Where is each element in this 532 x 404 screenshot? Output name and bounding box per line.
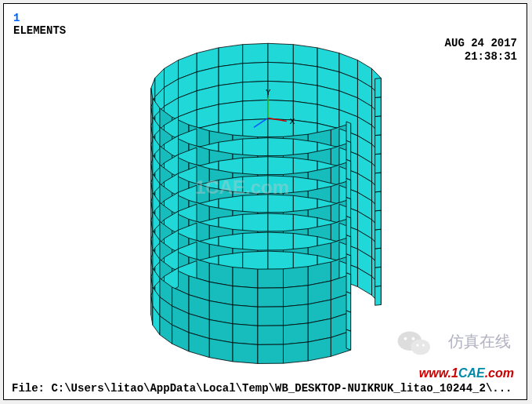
svg-marker-94	[209, 150, 233, 173]
svg-marker-278	[233, 324, 258, 345]
svg-marker-166	[209, 206, 233, 229]
svg-marker-216	[233, 248, 258, 269]
svg-marker-137	[151, 183, 153, 212]
svg-marker-274	[160, 316, 172, 344]
svg-marker-165	[339, 204, 357, 230]
svg-marker-122	[243, 176, 268, 195]
svg-marker-21	[268, 81, 293, 100]
svg-marker-135	[155, 182, 165, 210]
svg-marker-182	[189, 219, 209, 244]
svg-marker-119	[283, 172, 308, 193]
svg-marker-63	[155, 126, 165, 154]
svg-marker-302	[375, 248, 382, 268]
svg-marker-139	[308, 187, 331, 210]
svg-marker-99	[268, 157, 293, 177]
svg-marker-98	[243, 157, 268, 177]
svg-marker-97	[258, 155, 284, 174]
svg-marker-103	[357, 155, 371, 182]
svg-marker-177	[293, 214, 317, 236]
triad-y-label: Y	[266, 88, 271, 97]
svg-marker-127	[357, 173, 371, 201]
svg-marker-168	[233, 210, 258, 231]
svg-marker-214	[209, 244, 233, 267]
svg-marker-114	[160, 165, 172, 192]
svg-point-319	[416, 344, 418, 347]
svg-marker-186	[160, 221, 172, 249]
svg-marker-243	[172, 268, 189, 295]
svg-marker-85	[331, 142, 350, 167]
svg-marker-263	[151, 296, 153, 325]
svg-marker-108	[317, 161, 339, 185]
svg-marker-53	[172, 117, 189, 144]
svg-marker-48	[179, 110, 197, 136]
svg-marker-110	[189, 162, 209, 187]
site-watermark: www.1CAE.com	[419, 366, 514, 380]
svg-marker-294	[346, 216, 351, 236]
svg-marker-301	[375, 267, 382, 286]
svg-marker-195	[268, 232, 293, 252]
svg-marker-213	[339, 242, 357, 268]
svg-marker-229	[331, 256, 350, 281]
svg-marker-92	[179, 147, 197, 173]
coordinate-triad: X Y	[254, 88, 295, 128]
svg-marker-2	[219, 45, 243, 67]
svg-marker-17	[372, 68, 382, 96]
svg-marker-84	[317, 142, 339, 166]
wechat-icon	[396, 327, 432, 359]
svg-line-312	[268, 118, 287, 121]
svg-marker-61	[331, 123, 350, 148]
svg-marker-292	[346, 254, 351, 275]
svg-marker-60	[317, 123, 339, 147]
svg-marker-160	[372, 201, 382, 229]
svg-marker-120	[233, 173, 258, 194]
svg-marker-11	[357, 60, 371, 88]
svg-marker-25	[219, 82, 243, 104]
svg-marker-14	[197, 67, 219, 91]
svg-marker-167	[283, 210, 308, 231]
svg-marker-155	[197, 198, 219, 223]
svg-marker-208	[372, 238, 382, 267]
svg-marker-205	[331, 237, 350, 262]
svg-marker-123	[268, 176, 293, 195]
svg-marker-111	[155, 163, 165, 191]
svg-marker-16	[155, 68, 165, 96]
svg-marker-236	[179, 260, 197, 286]
svg-marker-284	[209, 339, 233, 362]
svg-marker-171	[268, 213, 293, 233]
svg-marker-131	[197, 180, 219, 204]
file-path-label: File: C:\Users\litao\AppData\Local\Temp\…	[12, 382, 512, 395]
svg-point-317	[404, 337, 407, 340]
svg-marker-265	[308, 300, 331, 323]
svg-marker-54	[164, 117, 178, 144]
svg-marker-35	[268, 100, 293, 120]
svg-marker-52	[151, 116, 155, 145]
svg-marker-4	[197, 48, 219, 72]
svg-marker-260	[153, 287, 160, 316]
svg-marker-12	[219, 64, 243, 86]
svg-marker-176	[219, 214, 243, 236]
svg-marker-172	[151, 210, 155, 239]
svg-marker-310	[375, 97, 382, 117]
svg-marker-223	[357, 249, 371, 276]
svg-marker-124	[151, 173, 155, 202]
svg-marker-299	[346, 122, 351, 142]
svg-marker-200	[219, 233, 243, 255]
svg-marker-192	[233, 229, 258, 250]
svg-marker-3	[293, 45, 317, 67]
svg-marker-283	[308, 337, 331, 361]
svg-marker-277	[283, 323, 308, 344]
svg-marker-190	[209, 225, 233, 248]
svg-marker-37	[164, 98, 178, 126]
svg-marker-185	[151, 220, 153, 249]
svg-marker-105	[293, 158, 317, 180]
svg-marker-235	[308, 262, 331, 286]
svg-marker-153	[293, 195, 317, 217]
svg-marker-211	[308, 243, 331, 267]
svg-marker-212	[179, 242, 197, 268]
svg-marker-242	[151, 267, 155, 296]
svg-marker-80	[219, 139, 243, 161]
fe-model-viewport[interactable]: X Y	[4, 4, 527, 399]
svg-marker-152	[219, 195, 243, 217]
svg-marker-19	[339, 72, 357, 98]
svg-marker-227	[197, 256, 219, 280]
